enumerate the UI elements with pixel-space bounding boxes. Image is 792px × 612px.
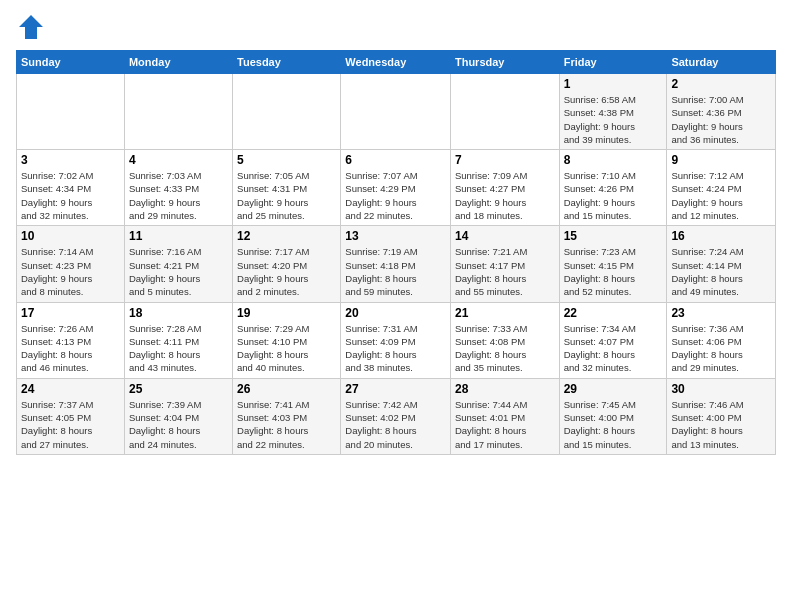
day-cell: 9Sunrise: 7:12 AM Sunset: 4:24 PM Daylig… (667, 150, 776, 226)
day-number: 3 (21, 153, 120, 167)
header-cell-wednesday: Wednesday (341, 51, 451, 74)
day-cell: 11Sunrise: 7:16 AM Sunset: 4:21 PM Dayli… (124, 226, 232, 302)
week-row-3: 17Sunrise: 7:26 AM Sunset: 4:13 PM Dayli… (17, 302, 776, 378)
day-number: 28 (455, 382, 555, 396)
day-cell: 21Sunrise: 7:33 AM Sunset: 4:08 PM Dayli… (450, 302, 559, 378)
day-cell: 17Sunrise: 7:26 AM Sunset: 4:13 PM Dayli… (17, 302, 125, 378)
day-number: 6 (345, 153, 446, 167)
day-cell: 13Sunrise: 7:19 AM Sunset: 4:18 PM Dayli… (341, 226, 451, 302)
day-number: 18 (129, 306, 228, 320)
day-number: 10 (21, 229, 120, 243)
day-number: 5 (237, 153, 336, 167)
day-number: 7 (455, 153, 555, 167)
day-number: 19 (237, 306, 336, 320)
day-cell: 22Sunrise: 7:34 AM Sunset: 4:07 PM Dayli… (559, 302, 667, 378)
day-cell: 1Sunrise: 6:58 AM Sunset: 4:38 PM Daylig… (559, 74, 667, 150)
day-info: Sunrise: 7:39 AM Sunset: 4:04 PM Dayligh… (129, 398, 228, 451)
day-info: Sunrise: 7:46 AM Sunset: 4:00 PM Dayligh… (671, 398, 771, 451)
day-cell: 7Sunrise: 7:09 AM Sunset: 4:27 PM Daylig… (450, 150, 559, 226)
day-info: Sunrise: 7:28 AM Sunset: 4:11 PM Dayligh… (129, 322, 228, 375)
header-cell-monday: Monday (124, 51, 232, 74)
logo (16, 12, 50, 42)
header-cell-sunday: Sunday (17, 51, 125, 74)
day-cell: 4Sunrise: 7:03 AM Sunset: 4:33 PM Daylig… (124, 150, 232, 226)
day-cell: 8Sunrise: 7:10 AM Sunset: 4:26 PM Daylig… (559, 150, 667, 226)
day-cell: 5Sunrise: 7:05 AM Sunset: 4:31 PM Daylig… (233, 150, 341, 226)
day-info: Sunrise: 7:03 AM Sunset: 4:33 PM Dayligh… (129, 169, 228, 222)
day-number: 16 (671, 229, 771, 243)
day-info: Sunrise: 6:58 AM Sunset: 4:38 PM Dayligh… (564, 93, 663, 146)
day-number: 21 (455, 306, 555, 320)
day-number: 17 (21, 306, 120, 320)
day-number: 30 (671, 382, 771, 396)
header-cell-saturday: Saturday (667, 51, 776, 74)
day-info: Sunrise: 7:09 AM Sunset: 4:27 PM Dayligh… (455, 169, 555, 222)
calendar-header: SundayMondayTuesdayWednesdayThursdayFrid… (17, 51, 776, 74)
day-cell: 20Sunrise: 7:31 AM Sunset: 4:09 PM Dayli… (341, 302, 451, 378)
day-info: Sunrise: 7:31 AM Sunset: 4:09 PM Dayligh… (345, 322, 446, 375)
day-info: Sunrise: 7:23 AM Sunset: 4:15 PM Dayligh… (564, 245, 663, 298)
day-info: Sunrise: 7:02 AM Sunset: 4:34 PM Dayligh… (21, 169, 120, 222)
day-info: Sunrise: 7:05 AM Sunset: 4:31 PM Dayligh… (237, 169, 336, 222)
day-cell: 25Sunrise: 7:39 AM Sunset: 4:04 PM Dayli… (124, 378, 232, 454)
day-cell: 6Sunrise: 7:07 AM Sunset: 4:29 PM Daylig… (341, 150, 451, 226)
header-cell-thursday: Thursday (450, 51, 559, 74)
day-info: Sunrise: 7:19 AM Sunset: 4:18 PM Dayligh… (345, 245, 446, 298)
day-info: Sunrise: 7:07 AM Sunset: 4:29 PM Dayligh… (345, 169, 446, 222)
day-cell: 3Sunrise: 7:02 AM Sunset: 4:34 PM Daylig… (17, 150, 125, 226)
day-cell (450, 74, 559, 150)
day-cell: 14Sunrise: 7:21 AM Sunset: 4:17 PM Dayli… (450, 226, 559, 302)
day-number: 13 (345, 229, 446, 243)
day-info: Sunrise: 7:33 AM Sunset: 4:08 PM Dayligh… (455, 322, 555, 375)
calendar-body: 1Sunrise: 6:58 AM Sunset: 4:38 PM Daylig… (17, 74, 776, 455)
day-cell: 26Sunrise: 7:41 AM Sunset: 4:03 PM Dayli… (233, 378, 341, 454)
day-info: Sunrise: 7:24 AM Sunset: 4:14 PM Dayligh… (671, 245, 771, 298)
day-number: 2 (671, 77, 771, 91)
logo-icon (16, 12, 46, 42)
day-cell (124, 74, 232, 150)
day-number: 11 (129, 229, 228, 243)
day-info: Sunrise: 7:21 AM Sunset: 4:17 PM Dayligh… (455, 245, 555, 298)
day-cell (17, 74, 125, 150)
day-info: Sunrise: 7:17 AM Sunset: 4:20 PM Dayligh… (237, 245, 336, 298)
day-number: 20 (345, 306, 446, 320)
day-info: Sunrise: 7:41 AM Sunset: 4:03 PM Dayligh… (237, 398, 336, 451)
day-cell: 10Sunrise: 7:14 AM Sunset: 4:23 PM Dayli… (17, 226, 125, 302)
day-cell: 2Sunrise: 7:00 AM Sunset: 4:36 PM Daylig… (667, 74, 776, 150)
page: SundayMondayTuesdayWednesdayThursdayFrid… (0, 0, 792, 612)
calendar-table: SundayMondayTuesdayWednesdayThursdayFrid… (16, 50, 776, 455)
day-cell: 24Sunrise: 7:37 AM Sunset: 4:05 PM Dayli… (17, 378, 125, 454)
day-number: 8 (564, 153, 663, 167)
week-row-0: 1Sunrise: 6:58 AM Sunset: 4:38 PM Daylig… (17, 74, 776, 150)
day-cell: 28Sunrise: 7:44 AM Sunset: 4:01 PM Dayli… (450, 378, 559, 454)
day-number: 25 (129, 382, 228, 396)
day-number: 14 (455, 229, 555, 243)
day-cell: 29Sunrise: 7:45 AM Sunset: 4:00 PM Dayli… (559, 378, 667, 454)
day-number: 12 (237, 229, 336, 243)
day-cell: 19Sunrise: 7:29 AM Sunset: 4:10 PM Dayli… (233, 302, 341, 378)
header-cell-friday: Friday (559, 51, 667, 74)
day-cell: 18Sunrise: 7:28 AM Sunset: 4:11 PM Dayli… (124, 302, 232, 378)
day-info: Sunrise: 7:14 AM Sunset: 4:23 PM Dayligh… (21, 245, 120, 298)
day-info: Sunrise: 7:42 AM Sunset: 4:02 PM Dayligh… (345, 398, 446, 451)
day-number: 1 (564, 77, 663, 91)
day-info: Sunrise: 7:36 AM Sunset: 4:06 PM Dayligh… (671, 322, 771, 375)
day-cell: 27Sunrise: 7:42 AM Sunset: 4:02 PM Dayli… (341, 378, 451, 454)
header-row: SundayMondayTuesdayWednesdayThursdayFrid… (17, 51, 776, 74)
day-info: Sunrise: 7:45 AM Sunset: 4:00 PM Dayligh… (564, 398, 663, 451)
day-info: Sunrise: 7:44 AM Sunset: 4:01 PM Dayligh… (455, 398, 555, 451)
day-info: Sunrise: 7:34 AM Sunset: 4:07 PM Dayligh… (564, 322, 663, 375)
day-number: 22 (564, 306, 663, 320)
day-info: Sunrise: 7:29 AM Sunset: 4:10 PM Dayligh… (237, 322, 336, 375)
day-cell (233, 74, 341, 150)
svg-marker-0 (19, 15, 43, 39)
day-cell: 23Sunrise: 7:36 AM Sunset: 4:06 PM Dayli… (667, 302, 776, 378)
day-number: 15 (564, 229, 663, 243)
day-info: Sunrise: 7:37 AM Sunset: 4:05 PM Dayligh… (21, 398, 120, 451)
day-number: 27 (345, 382, 446, 396)
week-row-4: 24Sunrise: 7:37 AM Sunset: 4:05 PM Dayli… (17, 378, 776, 454)
day-number: 24 (21, 382, 120, 396)
day-info: Sunrise: 7:16 AM Sunset: 4:21 PM Dayligh… (129, 245, 228, 298)
day-cell: 12Sunrise: 7:17 AM Sunset: 4:20 PM Dayli… (233, 226, 341, 302)
header-cell-tuesday: Tuesday (233, 51, 341, 74)
